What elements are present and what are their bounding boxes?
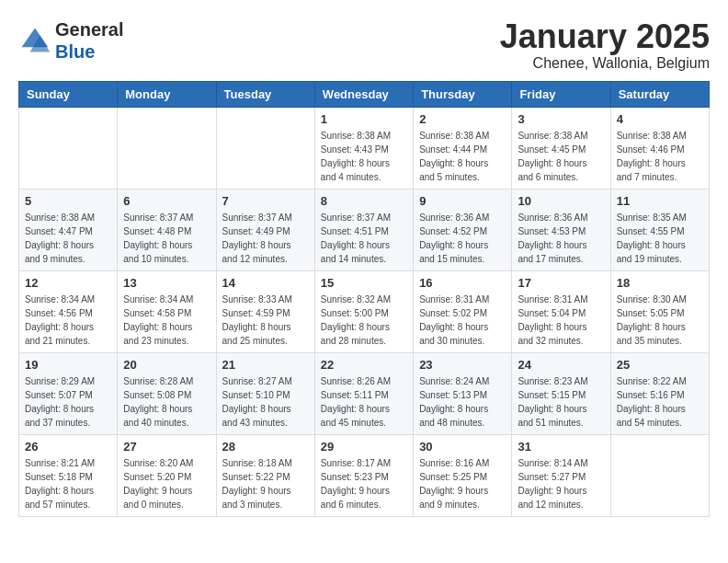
day-number: 2 (419, 112, 506, 126)
weekday-wednesday: Wednesday (314, 81, 413, 107)
calendar-day-23: 23Sunrise: 8:24 AM Sunset: 5:13 PM Dayli… (414, 352, 512, 434)
day-content: Sunrise: 8:21 AM Sunset: 5:18 PM Dayligh… (25, 456, 111, 511)
day-number: 11 (617, 194, 703, 208)
calendar-week-5: 26Sunrise: 8:21 AM Sunset: 5:18 PM Dayli… (19, 434, 710, 516)
day-content: Sunrise: 8:20 AM Sunset: 5:20 PM Dayligh… (123, 456, 210, 511)
day-content: Sunrise: 8:32 AM Sunset: 5:00 PM Dayligh… (321, 293, 407, 348)
day-content: Sunrise: 8:35 AM Sunset: 4:55 PM Dayligh… (617, 211, 703, 266)
calendar-day-4: 4Sunrise: 8:38 AM Sunset: 4:46 PM Daylig… (610, 107, 709, 189)
day-content: Sunrise: 8:28 AM Sunset: 5:08 PM Dayligh… (123, 374, 210, 430)
calendar-day-19: 19Sunrise: 8:29 AM Sunset: 5:07 PM Dayli… (19, 352, 118, 434)
calendar-day-31: 31Sunrise: 8:14 AM Sunset: 5:27 PM Dayli… (512, 434, 610, 516)
title-block: January 2025 Chenee, Wallonia, Belgium (500, 18, 710, 72)
day-number: 29 (321, 440, 407, 454)
calendar-day-26: 26Sunrise: 8:21 AM Sunset: 5:18 PM Dayli… (19, 434, 118, 516)
weekday-thursday: Thursday (414, 81, 512, 107)
calendar-day-3: 3Sunrise: 8:38 AM Sunset: 4:45 PM Daylig… (512, 107, 610, 189)
day-number: 21 (222, 358, 309, 372)
day-content: Sunrise: 8:31 AM Sunset: 5:04 PM Dayligh… (518, 293, 604, 348)
empty-cell (216, 107, 314, 189)
day-number: 26 (25, 440, 111, 454)
day-number: 1 (321, 112, 407, 126)
day-number: 8 (321, 194, 407, 208)
day-content: Sunrise: 8:34 AM Sunset: 4:58 PM Dayligh… (123, 293, 210, 348)
calendar-day-15: 15Sunrise: 8:32 AM Sunset: 5:00 PM Dayli… (314, 270, 413, 352)
calendar-day-2: 2Sunrise: 8:38 AM Sunset: 4:44 PM Daylig… (414, 107, 512, 189)
day-number: 10 (518, 194, 604, 208)
day-number: 16 (419, 276, 506, 290)
calendar-day-10: 10Sunrise: 8:36 AM Sunset: 4:53 PM Dayli… (512, 189, 610, 270)
calendar-day-14: 14Sunrise: 8:33 AM Sunset: 4:59 PM Dayli… (216, 270, 314, 352)
calendar-day-11: 11Sunrise: 8:35 AM Sunset: 4:55 PM Dayli… (610, 189, 709, 270)
weekday-monday: Monday (118, 81, 216, 107)
day-number: 3 (518, 112, 604, 126)
day-content: Sunrise: 8:27 AM Sunset: 5:10 PM Dayligh… (222, 374, 309, 430)
day-number: 19 (25, 358, 111, 372)
calendar-day-8: 8Sunrise: 8:37 AM Sunset: 4:51 PM Daylig… (314, 189, 413, 270)
calendar-day-16: 16Sunrise: 8:31 AM Sunset: 5:02 PM Dayli… (414, 270, 512, 352)
calendar-day-7: 7Sunrise: 8:37 AM Sunset: 4:49 PM Daylig… (216, 189, 314, 270)
calendar-day-29: 29Sunrise: 8:17 AM Sunset: 5:23 PM Dayli… (314, 434, 413, 516)
day-number: 4 (617, 112, 703, 126)
day-number: 7 (222, 194, 309, 208)
day-number: 31 (518, 440, 604, 454)
calendar-day-1: 1Sunrise: 8:38 AM Sunset: 4:43 PM Daylig… (314, 107, 413, 189)
calendar-week-3: 12Sunrise: 8:34 AM Sunset: 4:56 PM Dayli… (19, 270, 710, 352)
day-content: Sunrise: 8:22 AM Sunset: 5:16 PM Dayligh… (617, 374, 703, 430)
calendar-title: January 2025 (500, 18, 710, 55)
day-number: 28 (222, 440, 309, 454)
calendar-day-17: 17Sunrise: 8:31 AM Sunset: 5:04 PM Dayli… (512, 270, 610, 352)
day-content: Sunrise: 8:26 AM Sunset: 5:11 PM Dayligh… (321, 374, 407, 430)
calendar-week-4: 19Sunrise: 8:29 AM Sunset: 5:07 PM Dayli… (19, 352, 710, 434)
day-content: Sunrise: 8:24 AM Sunset: 5:13 PM Dayligh… (419, 374, 506, 430)
calendar-day-28: 28Sunrise: 8:18 AM Sunset: 5:22 PM Dayli… (216, 434, 314, 516)
logo-icon (18, 24, 51, 57)
day-content: Sunrise: 8:36 AM Sunset: 4:53 PM Dayligh… (518, 211, 604, 266)
weekday-saturday: Saturday (610, 81, 709, 107)
calendar-day-5: 5Sunrise: 8:38 AM Sunset: 4:47 PM Daylig… (19, 189, 118, 270)
calendar-day-30: 30Sunrise: 8:16 AM Sunset: 5:25 PM Dayli… (414, 434, 512, 516)
day-number: 27 (123, 440, 210, 454)
day-number: 30 (419, 440, 506, 454)
day-number: 20 (123, 358, 210, 372)
calendar-day-21: 21Sunrise: 8:27 AM Sunset: 5:10 PM Dayli… (216, 352, 314, 434)
day-number: 22 (321, 358, 407, 372)
calendar-day-20: 20Sunrise: 8:28 AM Sunset: 5:08 PM Dayli… (118, 352, 216, 434)
day-content: Sunrise: 8:34 AM Sunset: 4:56 PM Dayligh… (25, 293, 111, 348)
day-content: Sunrise: 8:17 AM Sunset: 5:23 PM Dayligh… (321, 456, 407, 511)
day-number: 18 (617, 276, 703, 290)
calendar-day-9: 9Sunrise: 8:36 AM Sunset: 4:52 PM Daylig… (414, 189, 512, 270)
day-number: 24 (518, 358, 604, 372)
day-content: Sunrise: 8:37 AM Sunset: 4:48 PM Dayligh… (123, 211, 210, 266)
day-content: Sunrise: 8:18 AM Sunset: 5:22 PM Dayligh… (222, 456, 309, 511)
day-number: 13 (123, 276, 210, 290)
day-content: Sunrise: 8:23 AM Sunset: 5:15 PM Dayligh… (518, 374, 604, 430)
weekday-sunday: Sunday (19, 81, 118, 107)
day-number: 23 (419, 358, 506, 372)
calendar-week-2: 5Sunrise: 8:38 AM Sunset: 4:47 PM Daylig… (19, 189, 710, 270)
logo-text: General Blue (55, 18, 123, 63)
day-number: 6 (123, 194, 210, 208)
day-content: Sunrise: 8:31 AM Sunset: 5:02 PM Dayligh… (419, 293, 506, 348)
day-number: 15 (321, 276, 407, 290)
empty-cell (19, 107, 118, 189)
calendar-day-13: 13Sunrise: 8:34 AM Sunset: 4:58 PM Dayli… (118, 270, 216, 352)
weekday-tuesday: Tuesday (216, 81, 314, 107)
day-number: 25 (617, 358, 703, 372)
day-content: Sunrise: 8:16 AM Sunset: 5:25 PM Dayligh… (419, 456, 506, 511)
day-number: 5 (25, 194, 111, 208)
empty-cell (610, 434, 709, 516)
page-header: General Blue January 2025 Chenee, Wallon… (18, 18, 710, 72)
day-number: 12 (25, 276, 111, 290)
weekday-header-row: SundayMondayTuesdayWednesdayThursdayFrid… (19, 81, 710, 107)
day-content: Sunrise: 8:38 AM Sunset: 4:45 PM Dayligh… (518, 129, 604, 184)
calendar-day-24: 24Sunrise: 8:23 AM Sunset: 5:15 PM Dayli… (512, 352, 610, 434)
calendar-day-6: 6Sunrise: 8:37 AM Sunset: 4:48 PM Daylig… (118, 189, 216, 270)
calendar-day-18: 18Sunrise: 8:30 AM Sunset: 5:05 PM Dayli… (610, 270, 709, 352)
calendar-day-27: 27Sunrise: 8:20 AM Sunset: 5:20 PM Dayli… (118, 434, 216, 516)
day-content: Sunrise: 8:37 AM Sunset: 4:51 PM Dayligh… (321, 211, 407, 266)
day-content: Sunrise: 8:30 AM Sunset: 5:05 PM Dayligh… (617, 293, 703, 348)
weekday-friday: Friday (512, 81, 610, 107)
day-content: Sunrise: 8:38 AM Sunset: 4:44 PM Dayligh… (419, 129, 506, 184)
calendar-table: SundayMondayTuesdayWednesdayThursdayFrid… (18, 81, 710, 517)
